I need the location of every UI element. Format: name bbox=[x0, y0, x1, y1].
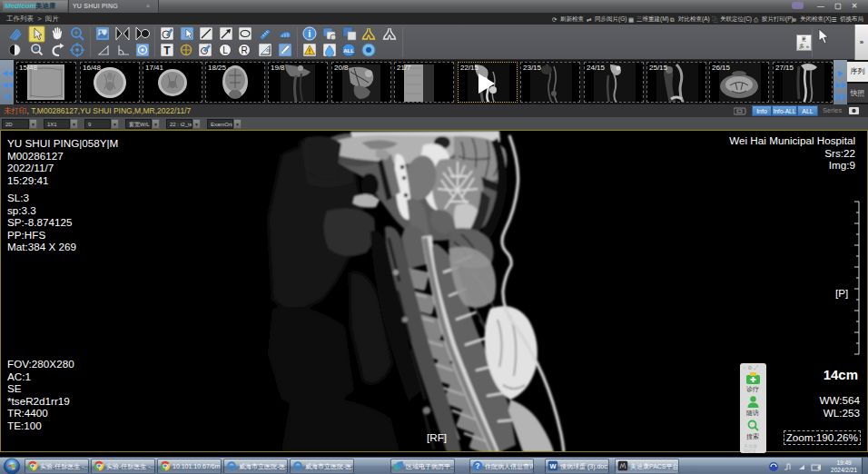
svg-text:45: 45 bbox=[266, 48, 271, 53]
svg-text:W: W bbox=[549, 462, 557, 470]
svg-text:ALL: ALL bbox=[343, 48, 354, 54]
svg-text:L: L bbox=[222, 45, 228, 55]
svg-text:T: T bbox=[163, 44, 171, 57]
svg-text:i: i bbox=[309, 29, 311, 39]
svg-text:?: ? bbox=[475, 462, 479, 470]
svg-text:R: R bbox=[241, 45, 247, 55]
